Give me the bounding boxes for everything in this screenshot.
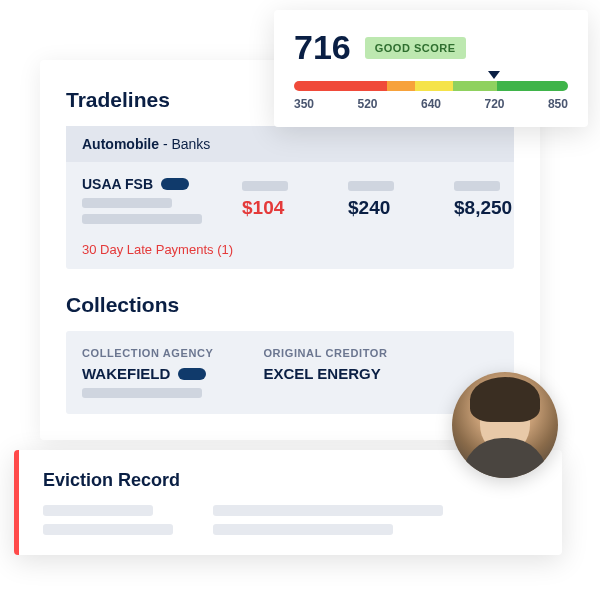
original-creditor-value: EXCEL ENERGY xyxy=(263,365,387,382)
score-tick: 520 xyxy=(357,97,377,111)
amount-column: $8,250 xyxy=(454,181,532,219)
amount-column: $104 xyxy=(242,181,320,219)
placeholder-bar xyxy=(348,181,394,191)
eviction-title: Eviction Record xyxy=(43,470,538,491)
tradeline-item: Automobile - Banks USAA FSB $104 xyxy=(66,126,514,269)
score-bar xyxy=(294,81,568,91)
collection-agency-value: WAKEFIELD xyxy=(82,365,170,382)
amount-balance: $8,250 xyxy=(454,197,512,219)
score-bar-container xyxy=(294,81,568,91)
eviction-column xyxy=(43,505,173,535)
status-pill-icon xyxy=(161,178,189,190)
placeholder-bar xyxy=(213,505,443,516)
tradeline-category-bold: Automobile xyxy=(82,136,159,152)
score-segment-excellent xyxy=(497,81,568,91)
tradeline-amounts: $104 $240 $8,250 xyxy=(242,181,532,219)
placeholder-bar xyxy=(82,214,202,224)
tradeline-creditor-name: USAA FSB xyxy=(82,176,153,192)
placeholder-bar xyxy=(242,181,288,191)
placeholder-bar xyxy=(43,505,153,516)
collection-agency-label: COLLECTION AGENCY xyxy=(82,347,213,359)
score-segment-good xyxy=(453,81,497,91)
score-segment-fair xyxy=(387,81,414,91)
score-segment-average xyxy=(415,81,453,91)
tradeline-creditor-column: USAA FSB xyxy=(82,176,202,224)
original-creditor-block: ORIGINAL CREDITOR EXCEL ENERGY xyxy=(263,347,387,398)
amount-payment: $240 xyxy=(348,197,390,219)
status-pill-icon xyxy=(178,368,206,380)
tradeline-creditor-line: USAA FSB xyxy=(82,176,202,192)
tradeline-body: USAA FSB $104 $240 xyxy=(66,162,514,234)
score-header: 716 GOOD SCORE xyxy=(294,28,568,67)
placeholder-bar xyxy=(82,198,172,208)
score-tick: 640 xyxy=(421,97,441,111)
placeholder-bar xyxy=(454,181,500,191)
amount-column: $240 xyxy=(348,181,426,219)
placeholder-bar xyxy=(43,524,173,535)
tradeline-row: USAA FSB $104 $240 xyxy=(82,176,498,224)
score-segment-poor xyxy=(294,81,387,91)
score-value: 716 xyxy=(294,28,351,67)
eviction-column xyxy=(213,505,443,535)
score-tick: 350 xyxy=(294,97,314,111)
score-tick: 720 xyxy=(484,97,504,111)
tradeline-category-rest: - Banks xyxy=(159,136,210,152)
amount-past-due: $104 xyxy=(242,197,284,219)
placeholder-bar xyxy=(213,524,393,535)
collection-agency-block: COLLECTION AGENCY WAKEFIELD xyxy=(82,347,213,398)
score-badge: GOOD SCORE xyxy=(365,37,466,59)
collection-agency-line: WAKEFIELD xyxy=(82,365,213,382)
collections-item: COLLECTION AGENCY WAKEFIELD ORIGINAL CRE… xyxy=(66,331,514,414)
placeholder-bar xyxy=(82,388,202,398)
score-tick: 850 xyxy=(548,97,568,111)
tradeline-category: Automobile - Banks xyxy=(66,126,514,162)
original-creditor-label: ORIGINAL CREDITOR xyxy=(263,347,387,359)
late-payments-text: 30 Day Late Payments (1) xyxy=(66,234,514,269)
credit-score-card: 716 GOOD SCORE 350 520 640 720 850 xyxy=(274,10,588,127)
score-marker-icon xyxy=(488,71,500,79)
score-ticks: 350 520 640 720 850 xyxy=(294,97,568,111)
collections-title: Collections xyxy=(66,293,514,317)
eviction-body xyxy=(43,505,538,535)
avatar xyxy=(452,372,558,478)
